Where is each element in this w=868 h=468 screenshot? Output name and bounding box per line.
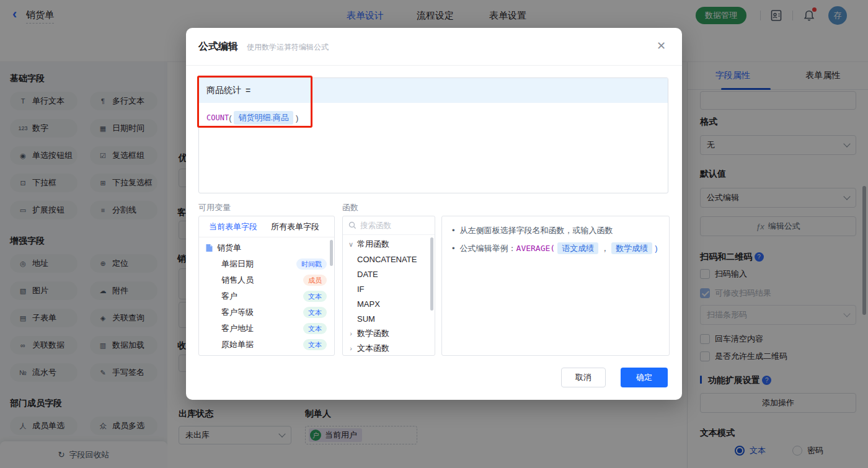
tree-root-row[interactable]: 销货单 [199, 240, 334, 256]
formula-target: 商品统计 [206, 85, 241, 96]
tips-panel: • 从左侧面板选择字段名和函数，或输入函数 • 公式编辑举例：AVERAGE(语… [441, 216, 670, 356]
tab-current-form-fields[interactable]: 当前表单字段 [209, 221, 257, 232]
functions-scrollbar[interactable] [430, 237, 433, 311]
formula-target-band: 商品统计 = [199, 78, 668, 103]
tip-line-1: • 从左侧面板选择字段名和函数，或输入函数 [452, 224, 659, 237]
functions-panel: ∨ 常用函数 CONCATENATE DATE IF MAPX SUM › 数学… [342, 216, 435, 356]
chevron-right-icon: › [348, 345, 354, 352]
example-chip-1: 语文成绩 [557, 242, 598, 254]
close-icon[interactable]: ✕ [657, 40, 666, 51]
modal-header: 公式编辑 使用数学运算符编辑公式 [198, 40, 329, 53]
variable-row[interactable]: 客户等级文本 [199, 304, 334, 320]
document-icon [205, 244, 213, 252]
function-item[interactable]: SUM [343, 311, 435, 326]
variables-label: 可用变量 [198, 202, 231, 213]
function-group-text[interactable]: › 文本函数 [343, 341, 435, 356]
modal-title: 公式编辑 [198, 40, 238, 53]
function-search-row[interactable] [343, 216, 435, 235]
type-badge: 文本 [303, 339, 327, 350]
type-badge: 成员 [303, 275, 327, 286]
cancel-button[interactable]: 取消 [561, 368, 606, 387]
modal-divider [186, 65, 682, 66]
function-search-input[interactable] [360, 221, 422, 230]
field-chip[interactable]: 销货明细.商品 [234, 111, 293, 125]
type-badge: 文本 [303, 323, 327, 334]
formula-function: COUNT [206, 113, 229, 122]
variables-panel: 当前表单字段 所有表单字段 销货单 单据日期时间戳 销售人员成员 客户文本 客户… [198, 216, 335, 356]
formula-expression[interactable]: COUNT ( 销货明细.商品 ) [199, 103, 668, 133]
variables-tabs: 当前表单字段 所有表单字段 [199, 216, 334, 237]
example-separator: ， [601, 244, 609, 253]
example-function: AVERAGE( [516, 244, 556, 253]
function-group-common[interactable]: ∨ 常用函数 [343, 237, 435, 252]
functions-label: 函数 [342, 202, 358, 213]
variable-row[interactable]: 单据日期时间戳 [199, 256, 334, 272]
tree-root-label: 销货单 [217, 242, 241, 254]
type-badge: 时间戳 [296, 258, 327, 270]
example-prefix: 公式编辑举例： [460, 244, 516, 253]
formula-editor-modal: 公式编辑 使用数学运算符编辑公式 ✕ 商品统计 = COUNT ( 销货明细.商… [186, 28, 682, 400]
search-icon [348, 221, 356, 229]
example-chip-2: 数学成绩 [611, 242, 652, 254]
formula-equals: = [246, 86, 250, 95]
function-item[interactable]: DATE [343, 267, 435, 281]
variable-row[interactable]: 原始单据文本 [199, 337, 334, 353]
open-paren: ( [229, 113, 231, 123]
variables-scrollbar[interactable] [330, 240, 333, 266]
form-designer-app: ‹ 销货单 表单设计 流程设定 表单设置 数据管理 存 表单外链 后端脚本 数据… [0, 0, 868, 468]
confirm-button[interactable]: 确定 [621, 368, 668, 387]
tip-line-2: • 公式编辑举例：AVERAGE(语文成绩，数学成绩) [452, 242, 659, 255]
function-item[interactable]: IF [343, 281, 435, 296]
variable-row[interactable]: 客户文本 [199, 288, 334, 304]
example-close: ) [655, 244, 657, 253]
type-badge: 文本 [303, 291, 327, 302]
close-paren: ) [296, 113, 298, 123]
variable-row[interactable]: 销售人员成员 [199, 272, 334, 288]
bullet: • [452, 224, 455, 237]
tab-all-form-fields[interactable]: 所有表单字段 [271, 221, 319, 232]
chevron-down-icon: ∨ [348, 241, 354, 249]
formula-editor-box[interactable]: 商品统计 = COUNT ( 销货明细.商品 ) [198, 77, 668, 193]
bullet: • [452, 242, 455, 255]
function-group-math[interactable]: › 数学函数 [343, 326, 435, 341]
type-badge: 文本 [303, 307, 327, 318]
function-item[interactable]: MAPX [343, 296, 435, 311]
chevron-right-icon: › [348, 330, 354, 337]
function-item[interactable]: CONCATENATE [343, 252, 435, 267]
variable-row[interactable]: 客户地址文本 [199, 320, 334, 337]
modal-subtitle: 使用数学运算符编辑公式 [247, 42, 329, 53]
